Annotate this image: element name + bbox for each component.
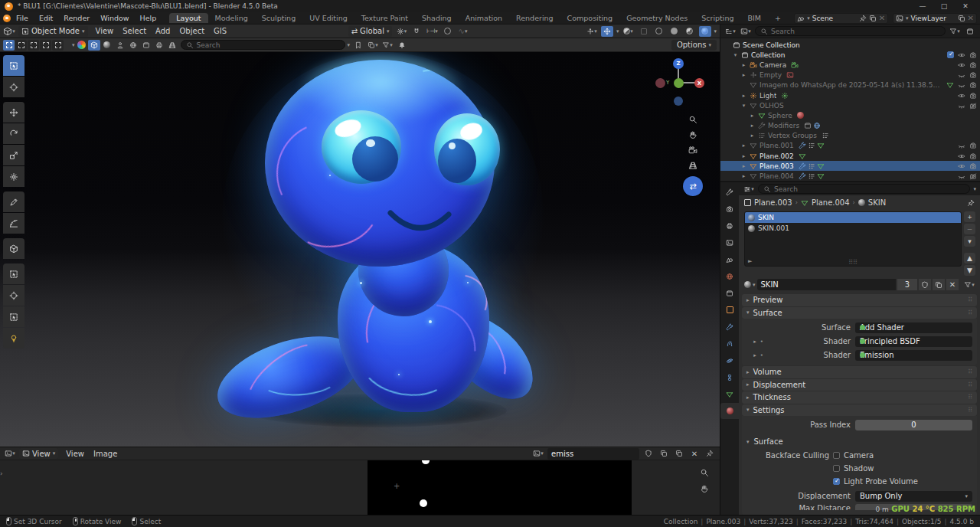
unlink-image-icon[interactable]: ✕	[688, 448, 701, 459]
axis-x-positive[interactable]: X	[694, 78, 704, 88]
blender-menu-icon[interactable]	[3, 15, 11, 22]
bk-brushes-icon[interactable]	[114, 40, 126, 51]
tool-transform[interactable]	[3, 166, 24, 187]
shading-wireframe-icon[interactable]	[653, 26, 665, 37]
editor-type-properties-icon[interactable]: ▾	[743, 184, 755, 195]
tool-region-select[interactable]	[3, 306, 24, 327]
workspace-tab-rendering[interactable]: Rendering	[509, 13, 560, 23]
render-visibility-icon[interactable]	[969, 61, 977, 69]
visibility-checkbox[interactable]	[947, 51, 954, 58]
unlink-material-icon[interactable]: ✕	[946, 279, 959, 290]
pan-hand-icon[interactable]	[688, 130, 697, 139]
outliner-row[interactable]: ▾OLHOS	[720, 100, 980, 110]
tool-blenderkit-asset[interactable]	[3, 328, 24, 349]
axis-z-positive[interactable]: Z	[673, 58, 684, 69]
render-visibility-icon[interactable]	[969, 92, 977, 100]
notifications-bell-icon[interactable]	[396, 40, 408, 51]
surface-sub-expander[interactable]: ▾	[746, 439, 750, 445]
render-visibility-icon[interactable]	[969, 162, 977, 170]
menu-file[interactable]: File	[11, 14, 34, 22]
blenderkit-search-input[interactable]: Search	[181, 40, 345, 50]
tool-annotate[interactable]	[3, 191, 24, 212]
pivot-point-dropdown[interactable]: ▾	[395, 26, 407, 37]
image-editor-canvas[interactable]: › +	[0, 460, 720, 515]
panel-displacement[interactable]: ▸Displacement⠿	[742, 379, 977, 391]
outliner-row[interactable]: ▸Camera	[720, 60, 980, 70]
zoom-icon[interactable]	[688, 115, 697, 124]
eye-closed-icon[interactable]	[958, 102, 965, 110]
tool-rotate[interactable]	[3, 123, 24, 144]
panel-surface[interactable]: ▾Surface⠿	[742, 307, 977, 319]
properties-options-dropdown[interactable]: ▾	[973, 186, 976, 192]
properties-tab-data[interactable]	[720, 386, 739, 402]
shading-solid-icon[interactable]	[668, 26, 681, 37]
xray-toggle-icon[interactable]	[638, 26, 650, 37]
bk-scenes-icon[interactable]	[140, 40, 152, 51]
slot-specials-button[interactable]: ▾	[964, 236, 975, 247]
gizmos-toggle-icon[interactable]	[601, 26, 613, 37]
expander-icon[interactable]: ▾	[740, 103, 747, 109]
outliner-display-mode-icon[interactable]: ▾	[740, 26, 752, 37]
breadcrumb-item[interactable]: Plane.003	[744, 198, 792, 207]
workspace-tab-sculpting[interactable]: Sculpting	[255, 13, 302, 23]
bk-addons-icon[interactable]	[166, 40, 178, 51]
viewport-menu-view[interactable]: View	[91, 27, 119, 35]
material-users-count[interactable]: 3	[897, 279, 917, 290]
eye-closed-icon[interactable]	[958, 71, 965, 79]
checkbox-light-probe-volume[interactable]	[833, 478, 840, 485]
blenderkit-collapse-icon[interactable]: ▾	[72, 42, 75, 48]
asset-browser-icon[interactable]: ▾	[367, 40, 379, 51]
properties-tab-physics[interactable]	[720, 352, 739, 368]
overlays-toggle-icon[interactable]: ▾	[622, 26, 635, 37]
bk-printable-icon[interactable]	[153, 40, 165, 51]
blenderkit-logo-icon[interactable]	[77, 41, 86, 49]
material-browse-dropdown[interactable]: ▾	[753, 282, 756, 288]
remove-slot-button[interactable]: −	[964, 224, 975, 234]
axis-y-positive[interactable]	[674, 78, 684, 88]
workspace-tab-bim[interactable]: BIM	[741, 13, 769, 23]
properties-search[interactable]: Search	[758, 184, 970, 194]
shading-material-icon[interactable]	[684, 26, 696, 37]
panel-settings[interactable]: ▾Settings⠿	[742, 404, 977, 416]
displacement-dropdown[interactable]: Bump Only ▾	[855, 491, 972, 502]
gizmos-dropdown[interactable]: ▾	[616, 28, 619, 34]
expander-icon[interactable]: ▸	[749, 133, 756, 139]
scene-name[interactable]: Scene	[812, 15, 857, 22]
editor-type-image-icon[interactable]: ▾	[4, 448, 16, 459]
expander-icon[interactable]: ▾	[732, 52, 739, 58]
eye-open-icon[interactable]	[958, 51, 965, 59]
camera-disabled-icon[interactable]	[969, 172, 977, 180]
camera-view-icon[interactable]	[688, 146, 697, 155]
proportional-falloff-dropdown[interactable]: ∿▾	[456, 26, 469, 37]
checkbox-shadow[interactable]	[833, 465, 840, 472]
material-slot[interactable]: SKIN.001	[745, 223, 961, 234]
image-name-field[interactable]: emiss	[547, 448, 639, 460]
workspace-tab-geometry-nodes[interactable]: Geometry Nodes	[619, 13, 694, 23]
bookmark-icon[interactable]	[352, 40, 364, 51]
properties-tab-material[interactable]	[720, 403, 739, 419]
panel-thickness[interactable]: ▸Thickness⠿	[742, 391, 977, 403]
tool-move[interactable]	[3, 102, 24, 123]
expander-icon[interactable]: ▸	[740, 72, 747, 78]
slot-list-expand-icon[interactable]: ►	[748, 258, 752, 264]
tool-object-select[interactable]	[3, 264, 24, 284]
pan-hand-icon[interactable]	[700, 484, 709, 493]
menu-edit[interactable]: Edit	[34, 14, 58, 22]
viewlayer-name[interactable]: ViewLayer	[911, 15, 956, 22]
maximize-button[interactable]: □	[934, 1, 954, 11]
select-mode-extend[interactable]	[15, 40, 27, 51]
workspace-tab-scripting[interactable]: Scripting	[694, 13, 740, 23]
new-image-icon[interactable]	[658, 448, 670, 459]
properties-tab-output[interactable]	[720, 218, 739, 234]
outliner-row[interactable]: ▸Sphere	[720, 110, 980, 120]
axis-x-negative[interactable]	[655, 78, 665, 88]
properties-tab-view-layer[interactable]	[720, 234, 739, 250]
viewport-menu-gis[interactable]: GIS	[209, 27, 231, 35]
eye-open-icon[interactable]	[958, 92, 965, 100]
close-button[interactable]: ✕	[956, 1, 975, 11]
shading-dropdown[interactable]: ▾	[714, 28, 717, 34]
checkbox-camera[interactable]	[833, 452, 840, 459]
workspace-tab-layout[interactable]: Layout	[169, 13, 207, 23]
eye-closed-icon[interactable]	[958, 81, 965, 89]
transform-orientation-dropdown[interactable]: ⇄ Global▾	[348, 26, 393, 37]
